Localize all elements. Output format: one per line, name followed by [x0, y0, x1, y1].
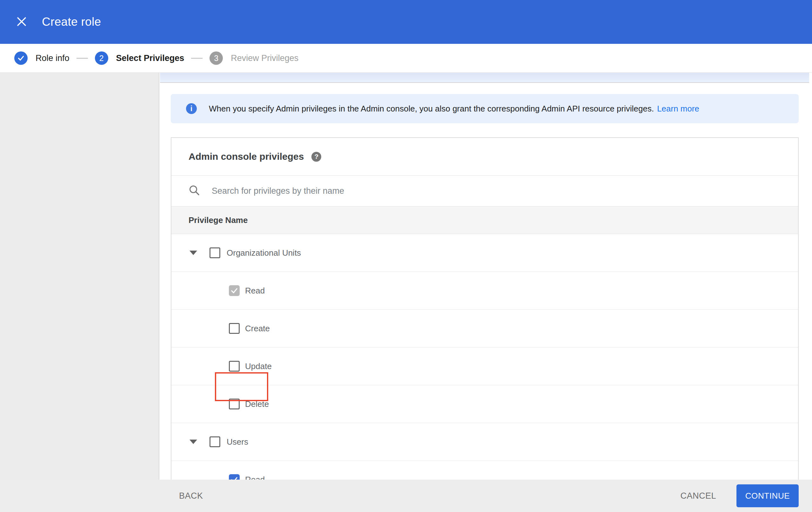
- step-select-privileges[interactable]: 2 Select Privileges: [95, 51, 184, 65]
- help-icon[interactable]: ?: [311, 152, 321, 162]
- privilege-label: Organizational Units: [227, 248, 301, 258]
- app-bar: Create role: [0, 0, 812, 44]
- table-row-users-read: Read: [171, 461, 798, 480]
- table-row-read: Read: [171, 272, 798, 310]
- step-complete-check-icon: [14, 51, 28, 65]
- step-number-badge: 3: [209, 51, 223, 65]
- privilege-label: Update: [245, 361, 272, 371]
- step-label: Role info: [35, 53, 69, 63]
- checkbox-delete[interactable]: [229, 399, 240, 409]
- privilege-label: Users: [227, 437, 248, 447]
- search-icon: [188, 185, 200, 197]
- close-icon: [16, 16, 27, 28]
- checkbox-create[interactable]: [229, 323, 240, 334]
- checkbox-users[interactable]: [209, 436, 220, 447]
- cancel-button[interactable]: CANCEL: [673, 486, 724, 506]
- privilege-search-input[interactable]: [211, 186, 689, 196]
- step-label: Review Privileges: [231, 53, 298, 63]
- admin-privileges-card: Admin console privileges ? Privilege Nam…: [171, 137, 799, 480]
- card-header: Admin console privileges ?: [171, 138, 798, 176]
- dialog-title: Create role: [42, 15, 101, 29]
- scrolled-section-strip: [160, 73, 809, 83]
- collapse-arrow-icon[interactable]: [190, 439, 197, 444]
- continue-button[interactable]: CONTINUE: [736, 484, 799, 507]
- privilege-search-row: [171, 176, 798, 207]
- step-separator: [191, 58, 203, 59]
- checkbox-update[interactable]: [229, 361, 240, 372]
- collapse-arrow-icon[interactable]: [190, 251, 197, 255]
- info-banner-text: When you specify Admin privileges in the…: [209, 104, 654, 114]
- learn-more-link[interactable]: Learn more: [657, 104, 699, 114]
- privilege-label: Read: [245, 475, 265, 480]
- info-icon: i: [186, 103, 197, 114]
- info-banner: i When you specify Admin privileges in t…: [171, 94, 799, 123]
- privilege-rows: Organizational Units Read Create Update: [171, 234, 798, 480]
- table-row-create: Create: [171, 310, 798, 348]
- close-button[interactable]: [12, 12, 31, 31]
- stepper: Role info 2 Select Privileges 3 Review P…: [0, 44, 812, 73]
- privilege-label: Create: [245, 324, 270, 333]
- step-number-badge: 2: [95, 51, 108, 65]
- table-row-organizational-units: Organizational Units: [171, 234, 798, 272]
- checkbox-read-checked: [229, 285, 240, 296]
- step-role-info[interactable]: Role info: [14, 51, 69, 65]
- table-row-delete: Delete: [171, 385, 798, 423]
- step-review-privileges[interactable]: 3 Review Privileges: [209, 51, 298, 65]
- table-row-users: Users: [171, 423, 798, 461]
- card-title: Admin console privileges: [188, 151, 304, 162]
- column-header-privilege-name: Privilege Name: [171, 207, 798, 234]
- checkbox-organizational-units[interactable]: [209, 247, 220, 258]
- create-role-dialog: Create role Role info 2 Select Privilege…: [0, 0, 812, 512]
- checkbox-users-read-checked[interactable]: [229, 474, 240, 480]
- left-sidebar: [0, 73, 160, 480]
- back-button[interactable]: BACK: [171, 486, 211, 506]
- privilege-label: Delete: [245, 399, 269, 409]
- footer-bar: BACK CANCEL CONTINUE: [0, 480, 812, 512]
- table-row-update: Update: [171, 348, 798, 385]
- step-label: Select Privileges: [116, 53, 184, 63]
- step-separator: [77, 58, 88, 59]
- privilege-label: Read: [245, 286, 265, 296]
